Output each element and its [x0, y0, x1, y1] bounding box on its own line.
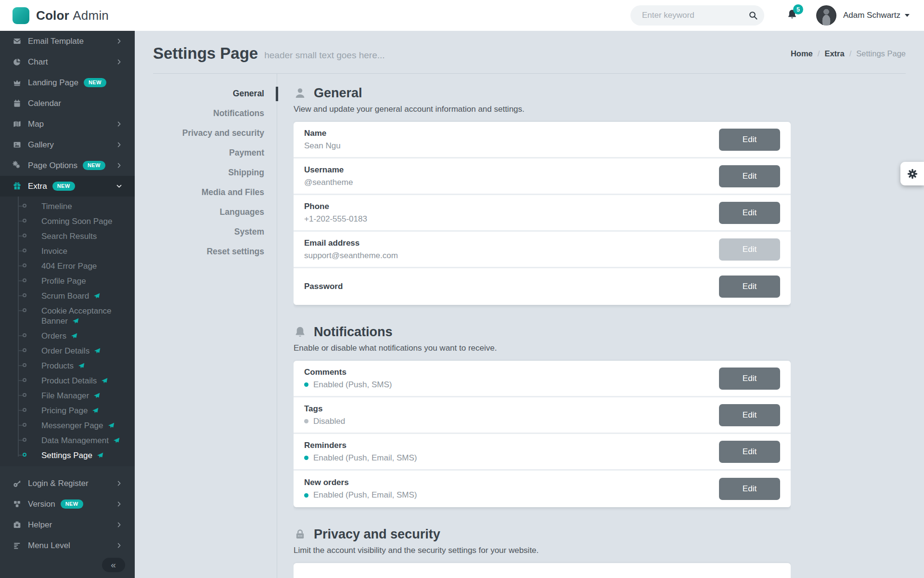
sidebar-item-calendar[interactable]: Calendar: [0, 93, 135, 114]
section-header: Privacy and security: [294, 526, 791, 542]
breadcrumb-extra[interactable]: Extra: [824, 49, 844, 58]
status-dot-disabled: [304, 419, 308, 423]
sidebar-item-helper[interactable]: Helper: [0, 514, 135, 535]
section-notifications: NotificationsEnable or disable what noti…: [294, 324, 791, 507]
sidebar-subitem-label: File Manager: [41, 391, 89, 400]
setting-value: +1-202-555-0183: [304, 214, 367, 224]
paper-plane-icon: [72, 317, 79, 324]
sidebar-item-landing-page[interactable]: Landing PageNEW: [0, 72, 135, 93]
sidebar-subitem-messenger-page[interactable]: Messenger Page: [0, 418, 135, 433]
sidebar-subitem-timeline[interactable]: Timeline: [0, 199, 135, 214]
chevron-right-icon: [116, 121, 122, 127]
sidebar-subitem-coming-soon-page[interactable]: Coming Soon Page: [0, 214, 135, 229]
sidebar-item-extra[interactable]: ExtraNEW: [0, 176, 135, 197]
sidebar-item-email-template[interactable]: Email Template: [0, 31, 135, 52]
sidebar-item-page-options[interactable]: Page OptionsNEW: [0, 155, 135, 176]
search-icon[interactable]: [748, 11, 758, 20]
bullet-circle-icon: [23, 378, 26, 382]
settings-nav-payment[interactable]: Payment: [153, 144, 277, 161]
edit-button-username[interactable]: Edit: [719, 165, 780, 187]
sidebar-item-menu-level[interactable]: Menu Level: [0, 535, 135, 556]
sidebar-subitem-orders[interactable]: Orders: [0, 328, 135, 343]
sidebar-subitem-profile-page[interactable]: Profile Page: [0, 274, 135, 289]
setting-row-reminders: RemindersEnabled (Push, Email, SMS)Edit: [294, 434, 791, 471]
setting-value: Enabled (Push, Email, SMS): [304, 453, 417, 463]
sidebar-subitem-settings-page[interactable]: Settings Page: [0, 448, 135, 463]
settings-nav-languages[interactable]: Languages: [153, 204, 277, 221]
sidebar-subitem-label: 404 Error Page: [41, 262, 97, 271]
sidebar-subitem-label: Products: [41, 361, 74, 370]
section-header: General: [294, 85, 791, 101]
setting-label: New orders: [304, 478, 417, 487]
brand-logo[interactable]: Color Admin: [0, 7, 135, 24]
chevron-right-icon: [116, 38, 122, 44]
paper-plane-icon: [101, 377, 108, 384]
chevron-down-icon: [116, 183, 122, 189]
edit-button-comments[interactable]: Edit: [719, 368, 780, 390]
sidebar-subitem-pricing-page[interactable]: Pricing Page: [0, 403, 135, 418]
sidebar-item-version[interactable]: VersionNEW: [0, 494, 135, 514]
setting-row-text: RemindersEnabled (Push, Email, SMS): [304, 441, 417, 463]
breadcrumb-separator: /: [849, 49, 852, 58]
sidebar-item-map[interactable]: Map: [0, 114, 135, 134]
cubes-icon: [12, 499, 22, 509]
edit-button-tags[interactable]: Edit: [719, 404, 780, 426]
edit-button-reminders[interactable]: Edit: [719, 441, 780, 463]
user-menu[interactable]: Adam Schwartz: [843, 11, 910, 20]
setting-row-phone: Phone+1-202-555-0183Edit: [294, 195, 791, 232]
sidebar-item-label: Page Options: [28, 161, 77, 171]
user-avatar[interactable]: [816, 5, 836, 26]
sidebar-subitem-label: Settings Page: [41, 451, 92, 460]
page-subtitle: header small text goes here...: [264, 46, 385, 61]
brand-bold: Color: [36, 8, 69, 23]
notifications-bell[interactable]: 5: [786, 9, 798, 22]
setting-label: Reminders: [304, 441, 417, 450]
edit-button-new-orders[interactable]: Edit: [719, 478, 780, 500]
setting-row-text: NameSean Ngu: [304, 129, 341, 151]
sidebar-minify-button[interactable]: «: [102, 558, 125, 572]
search-box: [630, 5, 764, 26]
sidebar-subitem-cookie-acceptance-banner[interactable]: Cookie Acceptance Banner: [0, 303, 135, 328]
sidebar-subitem-search-results[interactable]: Search Results: [0, 229, 135, 244]
sidebar-subitem-invoice[interactable]: Invoice: [0, 244, 135, 259]
sidebar-subitem-404-error-page[interactable]: 404 Error Page: [0, 259, 135, 274]
section-card: NameSean NguEditUsername@seanthemeEditPh…: [294, 122, 791, 305]
sidebar-subitem-scrum-board[interactable]: Scrum Board: [0, 289, 135, 303]
theme-settings-button[interactable]: [900, 162, 924, 185]
sidebar-item-gallery[interactable]: Gallery: [0, 134, 135, 155]
sidebar-subitem-order-details[interactable]: Order Details: [0, 343, 135, 358]
settings-nav-general[interactable]: General: [153, 85, 277, 102]
setting-row-email-address: Email addresssupport@seantheme.comEdit: [294, 232, 791, 268]
settings-nav-shipping[interactable]: Shipping: [153, 164, 277, 181]
setting-value-text: support@seantheme.com: [304, 251, 398, 261]
sidebar-subitem-label: Invoice: [41, 247, 67, 256]
sidebar-subitem-label: Coming Soon Page: [41, 217, 112, 226]
settings-nav-system[interactable]: System: [153, 223, 277, 240]
sidebar-subitem-product-details[interactable]: Product Details: [0, 373, 135, 388]
search-input[interactable]: [642, 11, 748, 20]
setting-row-text: Username@seantheme: [304, 165, 353, 187]
settings-nav-reset-settings[interactable]: Reset settings: [153, 243, 277, 260]
breadcrumb-home[interactable]: Home: [791, 49, 813, 58]
sidebar-subitem-label: Messenger Page: [41, 421, 103, 430]
notification-count-badge: 5: [793, 4, 803, 14]
settings-nav-media-and-files[interactable]: Media and Files: [153, 184, 277, 201]
settings-nav-privacy-and-security[interactable]: Privacy and security: [153, 125, 277, 142]
sidebar-subitem-data-management[interactable]: Data Management: [0, 433, 135, 448]
top-bar: Color Admin 5 Adam Schwartz: [0, 0, 924, 31]
edit-button-name[interactable]: Edit: [719, 129, 780, 151]
setting-value-text: Enabled (Push, Email, SMS): [313, 490, 417, 500]
sidebar-item-chart[interactable]: Chart: [0, 52, 135, 72]
sidebar: Email TemplateChartLanding PageNEWCalend…: [0, 31, 135, 578]
setting-row-text: Email addresssupport@seantheme.com: [304, 238, 398, 261]
section-card: [294, 563, 791, 578]
edit-button-phone[interactable]: Edit: [719, 202, 780, 224]
sidebar-item-login-register[interactable]: Login & Register: [0, 473, 135, 494]
sidebar-subitem-products[interactable]: Products: [0, 358, 135, 373]
chevron-right-icon: [116, 480, 122, 486]
sidebar-subitem-file-manager[interactable]: File Manager: [0, 388, 135, 403]
sidebar-item-label: Version: [28, 499, 55, 509]
edit-button-password[interactable]: Edit: [719, 276, 780, 298]
settings-nav-notifications[interactable]: Notifications: [153, 105, 277, 122]
setting-row-username: Username@seanthemeEdit: [294, 158, 791, 195]
